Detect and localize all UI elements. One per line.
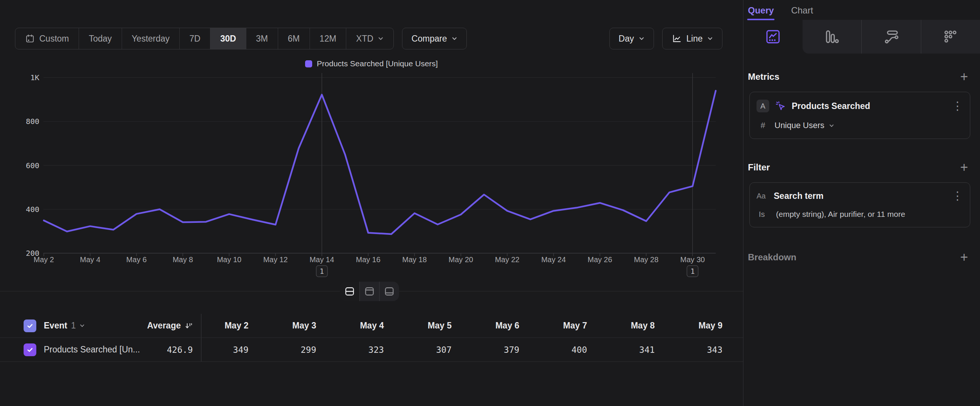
metric-name: Products Searched: [792, 101, 870, 111]
x-tick-label: May 4: [80, 255, 100, 264]
column-header[interactable]: May 7: [540, 314, 608, 338]
sort-icon[interactable]: [185, 322, 193, 330]
cell-value: 323: [337, 338, 405, 361]
calendar-icon: [25, 34, 35, 43]
layout-table-button[interactable]: [380, 282, 399, 301]
range-xtd[interactable]: XTD: [346, 28, 393, 49]
compare-button[interactable]: Compare: [402, 28, 467, 49]
layout-toggle-group: [340, 282, 399, 301]
x-tick-label: May 22: [495, 255, 520, 264]
tab-retention[interactable]: [921, 20, 980, 54]
layout-chart-button[interactable]: [360, 282, 380, 301]
tab-chart[interactable]: Chart: [791, 5, 813, 19]
cell-value: 299: [269, 338, 337, 361]
tab-insights[interactable]: [743, 20, 803, 54]
chart-legend: Products Searched [Unique Users]: [0, 59, 743, 68]
column-header[interactable]: May 9: [675, 314, 743, 338]
compare-label: Compare: [411, 34, 447, 44]
row-checkbox[interactable]: [24, 344, 36, 356]
chart-type-label: Line: [687, 34, 703, 44]
filter-section: Filter + Aa Search term ⋮ Is (empty stri…: [743, 161, 980, 227]
cell-value: 400: [540, 338, 608, 361]
range-today[interactable]: Today: [79, 28, 122, 49]
column-header[interactable]: May 8: [608, 314, 675, 338]
range-12m[interactable]: 12M: [310, 28, 347, 49]
event-pointer-icon: [775, 100, 786, 112]
table-header-dates: May 2May 3May 4May 5May 6May 7May 8May 9: [201, 314, 743, 338]
data-table: Event 1 Average May 2May 3May 4May 5May …: [0, 314, 743, 362]
granularity-button[interactable]: Day: [609, 28, 654, 49]
range-custom[interactable]: Custom: [15, 28, 79, 49]
range-yesterday[interactable]: Yesterday: [122, 28, 180, 49]
range-6m[interactable]: 6M: [278, 28, 310, 49]
x-tick-label: May 20: [449, 255, 473, 264]
breakdown-section: Breakdown +: [743, 251, 980, 264]
series-name: Products Searched [Un...: [44, 345, 140, 355]
breakdown-heading: Breakdown: [748, 252, 796, 263]
filter-value[interactable]: (empty string), Air purifier, or 11 more: [776, 210, 905, 219]
filter-property-name: Search term: [774, 191, 824, 201]
line-chart-icon: [671, 33, 682, 44]
x-tick-label: May 16: [356, 255, 381, 264]
cell-value: 343: [675, 338, 743, 361]
chevron-down-icon[interactable]: [829, 123, 834, 129]
tab-query[interactable]: Query: [748, 5, 774, 19]
event-dropdown-label[interactable]: Event: [44, 321, 67, 331]
chevron-down-icon[interactable]: [80, 323, 85, 328]
table-header-row: Event 1 Average May 2May 3May 4May 5May …: [0, 314, 743, 338]
chevron-down-icon: [639, 36, 644, 41]
legend-label: Products Searched [Unique Users]: [317, 59, 438, 68]
filter-card[interactable]: Aa Search term ⋮ Is (empty string), Air …: [749, 182, 970, 227]
cell-value: 341: [608, 338, 675, 361]
annotation-badge-label: 1: [320, 267, 324, 275]
x-tick-label: May 30: [680, 255, 705, 264]
add-breakdown-button[interactable]: +: [960, 251, 968, 264]
table-header-left: Event 1 Average: [0, 314, 201, 338]
column-header[interactable]: May 4: [337, 314, 405, 338]
column-header[interactable]: May 6: [473, 314, 540, 338]
filter-menu-button[interactable]: ⋮: [952, 190, 963, 202]
range-7d[interactable]: 7D: [180, 28, 210, 49]
filter-heading: Filter: [748, 162, 770, 173]
x-tick-label: May 26: [588, 255, 612, 264]
granularity-label: Day: [619, 34, 634, 44]
x-tick-label: May 6: [126, 255, 146, 264]
line-chart[interactable]: 1K80060040020011May 2May 4May 6May 8May …: [0, 73, 743, 287]
x-tick-label: May 24: [541, 255, 566, 264]
table-data-row[interactable]: Products Searched [Un... 426.9 349299323…: [0, 338, 743, 362]
average-value: 426.9: [167, 345, 193, 355]
y-axis-label: 800: [26, 117, 39, 126]
column-header[interactable]: May 5: [405, 314, 473, 338]
range-3m[interactable]: 3M: [246, 28, 278, 49]
metric-card[interactable]: A Products Searched ⋮ # Unique Users: [749, 92, 970, 139]
series-line[interactable]: [44, 91, 716, 234]
add-metric-button[interactable]: +: [960, 70, 968, 84]
aggregation-prefix: #: [757, 121, 769, 131]
chevron-down-icon: [707, 36, 713, 41]
chart-type-button[interactable]: Line: [662, 28, 722, 49]
x-tick-label: May 8: [173, 255, 193, 264]
layout-split-button[interactable]: [340, 282, 360, 301]
cell-value: 379: [473, 338, 540, 361]
tab-flows[interactable]: [861, 20, 921, 54]
annotation-badge-label: 1: [690, 267, 694, 275]
cell-value: 349: [201, 338, 269, 361]
date-range-group: CustomTodayYesterday7D30D3M6M12MXTD: [15, 28, 394, 49]
metric-menu-button[interactable]: ⋮: [952, 100, 963, 111]
metric-letter-badge: A: [757, 100, 769, 112]
column-header[interactable]: May 2: [201, 314, 269, 338]
range-30d[interactable]: 30D: [210, 28, 246, 49]
select-all-checkbox[interactable]: [24, 320, 36, 332]
add-filter-button[interactable]: +: [960, 161, 968, 174]
tab-funnels[interactable]: [803, 20, 862, 54]
sidebar-tabs: Query Chart: [743, 0, 980, 19]
x-tick-label: May 28: [634, 255, 659, 264]
legend-swatch: [305, 60, 312, 67]
filter-operator[interactable]: Is: [759, 210, 774, 219]
table-row-values: 349299323307379400341343: [201, 338, 743, 361]
aggregation-dropdown[interactable]: Unique Users: [775, 121, 824, 131]
x-tick-label: May 10: [217, 255, 242, 264]
x-tick-label: May 18: [402, 255, 427, 264]
average-header[interactable]: Average: [147, 321, 181, 331]
column-header[interactable]: May 3: [269, 314, 337, 338]
